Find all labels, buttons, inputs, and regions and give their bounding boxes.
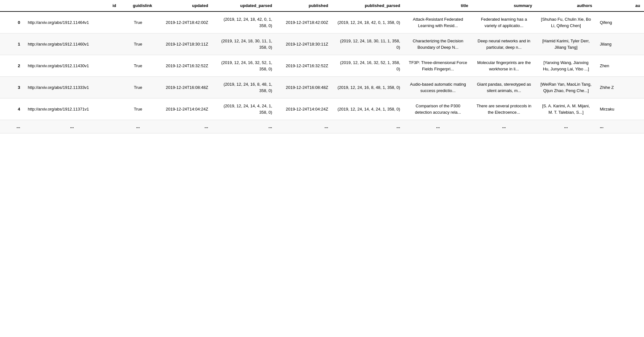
- col-header-guidislink: guidislink: [120, 0, 156, 11]
- cell-updated-parsed: (2019, 12, 24, 18, 30, 11, 1, 358, 0): [212, 33, 276, 55]
- cell-published-parsed: (2019, 12, 24, 14, 4, 24, 1, 358, 0): [332, 98, 404, 120]
- cell-title: Attack-Resistant Federated Learning with…: [404, 11, 472, 33]
- table-body: 0http://arxiv.org/abs/1912.11464v1True20…: [0, 11, 644, 133]
- cell-published-parsed: (2019, 12, 24, 16, 32, 52, 1, 358, 0): [332, 55, 404, 77]
- cell-updated: 2019-12-24T16:08:48Z: [156, 77, 212, 98]
- cell-title: Characterizing the Decision Boundary of …: [404, 33, 472, 55]
- cell-updated-parsed: (2019, 12, 24, 14, 4, 24, 1, 358, 0): [212, 98, 276, 120]
- data-table: id guidislink updated updated_parsed pub…: [0, 0, 644, 133]
- cell-authors: [Hamid Karimi, Tyler Derr, Jiliang Tang]: [536, 33, 596, 55]
- cell-summary: Giant pandas, stereotyped as silent anim…: [472, 77, 536, 98]
- cell-index: 0: [0, 11, 24, 33]
- table-row: 0http://arxiv.org/abs/1912.11464v1True20…: [0, 11, 644, 33]
- table-row: 2http://arxiv.org/abs/1912.11430v1True20…: [0, 55, 644, 77]
- cell-published: 2019-12-24T14:04:24Z: [276, 98, 332, 120]
- cell-guidislink: True: [120, 55, 156, 77]
- cell-summary: There are several protocols in the Elect…: [472, 98, 536, 120]
- cell-title: Comparison of the P300 detection accurac…: [404, 98, 472, 120]
- col-header-id: id: [24, 0, 120, 11]
- cell-published: 2019-12-24T16:08:48Z: [276, 77, 332, 98]
- cell-summary: Federated learning has a variety of appl…: [472, 11, 536, 33]
- cell-guidislink: True: [120, 33, 156, 55]
- cell-id: http://arxiv.org/abs/1912.11371v1: [24, 98, 120, 120]
- cell-id: http://arxiv.org/abs/1912.11430v1: [24, 55, 120, 77]
- col-header-index: [0, 0, 24, 11]
- ellipsis-cell: ...: [404, 120, 472, 133]
- cell-title: TF3P: Three-dimensional Force Fields Fin…: [404, 55, 472, 77]
- cell-index: 3: [0, 77, 24, 98]
- cell-id: http://arxiv.org/abs/1912.11460v1: [24, 33, 120, 55]
- cell-authors: [Shuhao Fu, Chulin Xie, Bo Li, Qifeng Ch…: [536, 11, 596, 33]
- col-header-summary: summary: [472, 0, 536, 11]
- cell-updated-parsed: (2019, 12, 24, 16, 8, 48, 1, 358, 0): [212, 77, 276, 98]
- cell-updated-parsed: (2019, 12, 24, 16, 32, 52, 1, 358, 0): [212, 55, 276, 77]
- cell-published-parsed: (2019, 12, 24, 18, 30, 11, 1, 358, 0): [332, 33, 404, 55]
- table-row: 3http://arxiv.org/abs/1912.11333v1True20…: [0, 77, 644, 98]
- cell-id: http://arxiv.org/abs/1912.11464v1: [24, 11, 120, 33]
- cell-authors: [S. A. Karimi, A. M. Mijani, M. T. Taleb…: [536, 98, 596, 120]
- cell-au: Zhen: [596, 55, 644, 77]
- cell-published-parsed: (2019, 12, 24, 18, 42, 0, 1, 358, 0): [332, 11, 404, 33]
- cell-summary: Molecular fingerprints are the workhorse…: [472, 55, 536, 77]
- cell-updated: 2019-12-24T16:32:52Z: [156, 55, 212, 77]
- cell-published-parsed: (2019, 12, 24, 16, 8, 48, 1, 358, 0): [332, 77, 404, 98]
- cell-au: Zhihe Z: [596, 77, 644, 98]
- main-table-container: id guidislink updated updated_parsed pub…: [0, 0, 644, 133]
- ellipsis-cell: ...: [212, 120, 276, 133]
- cell-id: http://arxiv.org/abs/1912.11333v1: [24, 77, 120, 98]
- col-header-authors: authors: [536, 0, 596, 11]
- cell-index: 4: [0, 98, 24, 120]
- cell-published: 2019-12-24T18:30:11Z: [276, 33, 332, 55]
- ellipsis-cell: ...: [156, 120, 212, 133]
- cell-updated: 2019-12-24T14:04:24Z: [156, 98, 212, 120]
- ellipsis-cell: ...: [276, 120, 332, 133]
- ellipsis-cell: ...: [0, 120, 24, 133]
- cell-updated: 2019-12-24T18:42:00Z: [156, 11, 212, 33]
- table-header-row: id guidislink updated updated_parsed pub…: [0, 0, 644, 11]
- cell-updated: 2019-12-24T18:30:11Z: [156, 33, 212, 55]
- cell-updated-parsed: (2019, 12, 24, 18, 42, 0, 1, 358, 0): [212, 11, 276, 33]
- col-header-published-parsed: published_parsed: [332, 0, 404, 11]
- cell-authors: [Yanxing Wang, Jianxing Hu, Junyong Lai,…: [536, 55, 596, 77]
- col-header-updated: updated: [156, 0, 212, 11]
- cell-guidislink: True: [120, 11, 156, 33]
- cell-authors: [WeiRan Yan, MaoLin Tang, Qijun Zhao, Pe…: [536, 77, 596, 98]
- table-row: 4http://arxiv.org/abs/1912.11371v1True20…: [0, 98, 644, 120]
- ellipsis-cell: ...: [120, 120, 156, 133]
- col-header-updated-parsed: updated_parsed: [212, 0, 276, 11]
- ellipsis-cell: ...: [536, 120, 596, 133]
- col-header-au: au: [596, 0, 644, 11]
- cell-guidislink: True: [120, 98, 156, 120]
- cell-au: Qifeng: [596, 11, 644, 33]
- cell-guidislink: True: [120, 77, 156, 98]
- cell-au: Jiliang: [596, 33, 644, 55]
- ellipsis-cell: ...: [332, 120, 404, 133]
- col-header-published: published: [276, 0, 332, 11]
- ellipsis-row: .................................: [0, 120, 644, 133]
- ellipsis-cell: ...: [596, 120, 644, 133]
- cell-published: 2019-12-24T18:42:00Z: [276, 11, 332, 33]
- cell-index: 2: [0, 55, 24, 77]
- cell-title: Audio-based automatic mating success pre…: [404, 77, 472, 98]
- cell-au: Mirzaku: [596, 98, 644, 120]
- col-header-title: title: [404, 0, 472, 11]
- cell-summary: Deep neural networks and in particular, …: [472, 33, 536, 55]
- table-row: 1http://arxiv.org/abs/1912.11460v1True20…: [0, 33, 644, 55]
- ellipsis-cell: ...: [24, 120, 120, 133]
- cell-published: 2019-12-24T16:32:52Z: [276, 55, 332, 77]
- ellipsis-cell: ...: [472, 120, 536, 133]
- cell-index: 1: [0, 33, 24, 55]
